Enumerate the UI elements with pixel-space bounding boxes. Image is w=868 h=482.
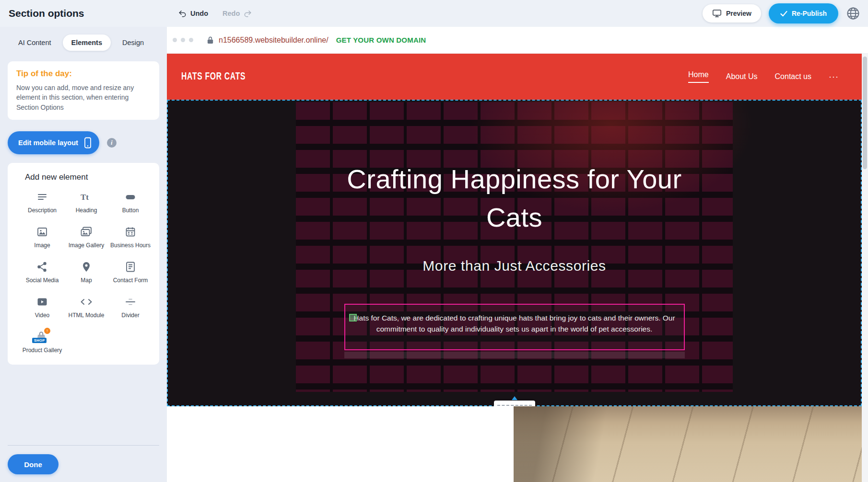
site-preview: HATS FOR CATS Home About Us Contact us ·… [167, 54, 862, 482]
element-label: Business Hours [110, 242, 151, 249]
element-label: Divider [121, 312, 139, 319]
edit-mobile-layout-button[interactable]: Edit mobile layout [8, 131, 99, 154]
element-map[interactable]: Map [64, 261, 108, 284]
redo-button[interactable]: Redo [223, 9, 252, 18]
html-module-icon [80, 296, 93, 308]
element-image[interactable]: Image [20, 226, 64, 249]
undo-button[interactable]: Undo [178, 9, 208, 18]
element-ghost-bar [344, 352, 685, 358]
hero-subheading[interactable]: More than Just Accessories [168, 258, 861, 274]
video-icon [36, 296, 48, 308]
preview-label: Preview [726, 10, 751, 17]
element-label: Image [34, 242, 50, 249]
social-media-icon [36, 261, 48, 273]
heading-icon: Tt [80, 191, 93, 203]
done-button[interactable]: Done [8, 454, 59, 474]
republish-label: Re-Publish [792, 10, 827, 17]
resize-arrow-up-icon [512, 396, 517, 400]
undo-label: Undo [190, 10, 208, 17]
hero-paragraph-selected[interactable]: Hats for Cats, we are dedicated to craft… [344, 304, 685, 350]
description-icon [36, 191, 48, 203]
element-image-gallery[interactable]: Image Gallery [64, 226, 108, 249]
next-section [167, 406, 862, 482]
product-gallery-icon: SHOP ↑ [35, 331, 49, 343]
redo-icon [243, 9, 252, 18]
republish-button[interactable]: Re-Publish [769, 3, 838, 23]
add-element-title: Add new element [25, 172, 153, 182]
shop-badge: SHOP [32, 338, 47, 343]
element-label: Description [28, 207, 57, 214]
globe-icon[interactable] [846, 6, 860, 21]
undo-redo-group: Undo Redo [178, 9, 252, 18]
divider-icon [125, 296, 136, 308]
tab-elements[interactable]: Elements [63, 34, 111, 51]
scrollbar-thumb[interactable] [863, 57, 867, 169]
info-icon[interactable]: i [107, 138, 117, 148]
mobile-layout-row: Edit mobile layout i [8, 131, 159, 154]
element-label: Video [35, 312, 49, 319]
edit-mobile-label: Edit mobile layout [18, 139, 78, 147]
element-video[interactable]: Video [20, 296, 64, 319]
sidebar: AI Content Elements Design Tip of the da… [0, 27, 167, 482]
image-icon [36, 226, 48, 238]
button-icon [125, 191, 136, 203]
contact-form-icon [125, 261, 136, 273]
element-drag-handle[interactable] [349, 314, 357, 321]
topbar: Section options Undo Redo Preview [0, 0, 868, 27]
page-title: Section options [9, 8, 84, 19]
site-url: n1566589.websitebuilder.online/ [219, 36, 328, 45]
site-nav: Home About Us Contact us ··· [688, 70, 839, 83]
page: Section options Undo Redo Preview [0, 0, 868, 482]
image-gallery-icon [80, 226, 93, 238]
element-divider[interactable]: Divider [108, 296, 152, 319]
site-header: HATS FOR CATS Home About Us Contact us ·… [167, 54, 862, 100]
upgrade-badge: ↑ [44, 328, 50, 334]
element-label: Image Gallery [69, 242, 105, 249]
element-label: Product Gallery [23, 347, 62, 354]
element-social-media[interactable]: Social Media [20, 261, 64, 284]
check-icon [780, 11, 787, 17]
element-product-gallery[interactable]: SHOP ↑ Product Gallery [20, 331, 64, 354]
monitor-icon [712, 9, 722, 18]
next-section-image [514, 406, 862, 482]
hero-section-selected[interactable]: Crafting Happiness for Your Cats More th… [167, 100, 862, 406]
nav-item-about[interactable]: About Us [726, 72, 758, 81]
editor-canvas: n1566589.websitebuilder.online/ GET YOUR… [167, 27, 868, 482]
element-contact-form[interactable]: Contact Form [108, 261, 152, 284]
phone-icon [84, 137, 92, 149]
browser-chrome: n1566589.websitebuilder.online/ GET YOUR… [167, 27, 868, 54]
hero-paragraph-text: Hats for Cats, we are dedicated to craft… [353, 314, 675, 333]
element-label: Contact Form [113, 277, 148, 284]
topbar-actions: Preview Re-Publish [703, 3, 860, 23]
window-dots [173, 38, 193, 42]
tab-ai-content[interactable]: AI Content [10, 34, 60, 51]
tip-title: Tip of the day: [16, 69, 151, 79]
element-button[interactable]: Button [108, 191, 152, 214]
element-description[interactable]: Description [20, 191, 64, 214]
svg-text:Tt: Tt [81, 193, 89, 202]
preview-button[interactable]: Preview [703, 4, 761, 23]
nav-item-contact[interactable]: Contact us [775, 72, 811, 81]
hero-heading[interactable]: Crafting Happiness for Your Cats [342, 160, 687, 237]
get-domain-link[interactable]: GET YOUR OWN DOMAIN [336, 36, 426, 44]
site-logo[interactable]: HATS FOR CATS [181, 71, 246, 83]
nav-item-home[interactable]: Home [688, 70, 709, 83]
element-heading[interactable]: Tt Heading [64, 191, 108, 214]
redo-label: Redo [223, 10, 240, 17]
add-element-panel: Add new element Description Tt Heading [8, 163, 159, 365]
nav-more-icon[interactable]: ··· [829, 72, 839, 82]
sidebar-divider [8, 445, 159, 446]
map-icon [81, 261, 92, 273]
undo-icon [178, 9, 187, 18]
page-scrollbar [862, 54, 868, 482]
element-label: HTML Module [69, 312, 105, 319]
element-label: Map [81, 277, 92, 284]
sidebar-tabs: AI Content Elements Design [10, 34, 167, 51]
tip-card: Tip of the day: Now you can add, move an… [8, 61, 159, 120]
element-business-hours[interactable]: Business Hours [108, 226, 152, 249]
tip-body: Now you can add, move and resize any ele… [16, 83, 151, 112]
element-label: Button [122, 207, 139, 214]
lock-icon [207, 36, 214, 44]
element-html-module[interactable]: HTML Module [64, 296, 108, 319]
tab-design[interactable]: Design [114, 34, 152, 51]
